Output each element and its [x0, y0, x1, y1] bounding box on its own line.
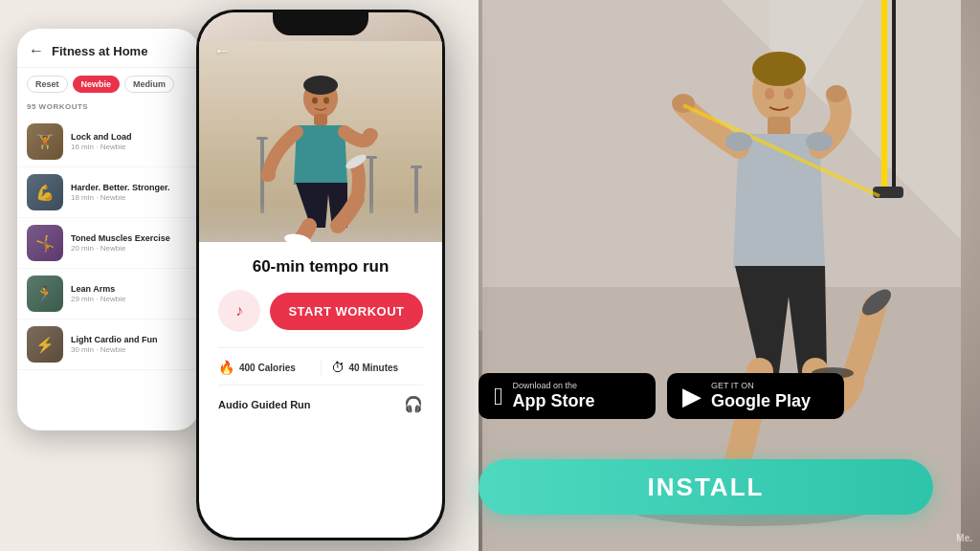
store-buttons-area:  Download on the App Store ▶ GET IT ON … [479, 373, 844, 419]
workout-name-3: Toned Muscles Exercise [71, 233, 189, 243]
action-row: ♪ START Workout [218, 290, 423, 332]
svg-point-29 [260, 168, 276, 182]
music-button[interactable]: ♪ [218, 290, 260, 332]
workout-name-5: Light Cardio and Fun [71, 335, 189, 344]
phone-left: ← Fitness at Home Reset Newbie Medium 95… [17, 29, 199, 430]
svg-point-9 [752, 52, 806, 86]
workout-thumb-1: 🏋 [27, 123, 63, 160]
workout-thumb-3: 🤸 [27, 225, 63, 261]
watermark: Me. [956, 533, 972, 543]
install-label: INSTALL [648, 473, 765, 502]
workout-item[interactable]: 🤸 Toned Muscles Exercise 20 min · Newbie [17, 218, 199, 269]
workout-name-1: Lock and Load [71, 132, 189, 142]
svg-point-22 [303, 76, 338, 95]
stats-row: 🔥 400 Calories ⏱ 40 Minutes [218, 347, 423, 375]
audio-guided-label: Audio Guided Run [218, 399, 311, 410]
svg-point-19 [765, 88, 774, 99]
google-play-icon: ▶ [682, 384, 702, 408]
workout-info-1: Lock and Load 16 min · Newbie [71, 132, 189, 151]
workout-info-4: Lean Arms 29 min · Newbie [71, 284, 189, 303]
app-store-text: Download on the App Store [513, 381, 595, 411]
phone-main-inner: ← [199, 12, 442, 538]
svg-point-13 [826, 85, 847, 102]
workout-item[interactable]: 🏋 Lock and Load 16 min · Newbie [17, 117, 199, 167]
minutes-stat: ⏱ 40 Minutes [322, 360, 424, 375]
runner-svg [254, 70, 388, 242]
svg-rect-10 [768, 117, 791, 136]
clock-icon: ⏱ [331, 360, 345, 375]
start-workout-button[interactable]: START Workout [270, 293, 423, 330]
phone-left-title: Fitness at Home [52, 44, 147, 58]
app-store-line1: Download on the [513, 381, 595, 391]
workout-thumb-5: ⚡ [27, 326, 63, 363]
workout-name-2: Harder. Better. Stronger. [71, 183, 189, 192]
workout-meta-5: 30 min · Newbie [71, 345, 189, 354]
filter-newbie[interactable]: Newbie [73, 76, 121, 93]
workout-name-4: Lean Arms [71, 284, 189, 294]
google-play-line1: GET IT ON [711, 381, 811, 391]
back-arrow-main[interactable]: ← [213, 41, 231, 61]
svg-rect-23 [314, 114, 327, 125]
calories-stat: 🔥 400 Calories [218, 360, 322, 375]
workout-meta-2: 18 min · Newbie [71, 193, 189, 202]
airpods-icon: 🎧 [404, 395, 423, 413]
workout-info-3: Toned Muscles Exercise 20 min · Newbie [71, 233, 189, 253]
workout-thumb-2: 💪 [27, 174, 63, 210]
main-workout-title: 60-min tempo run [218, 257, 423, 276]
apple-icon:  [494, 384, 503, 408]
filter-medium[interactable]: Medium [124, 76, 174, 93]
workout-info-5: Light Cardio and Fun 30 min · Newbie [71, 335, 189, 354]
google-play-button[interactable]: ▶ GET IT ON Google Play [667, 373, 844, 419]
workout-item[interactable]: ⚡ Light Cardio and Fun 30 min · Newbie [17, 320, 199, 370]
workout-item[interactable]: 💪 Harder. Better. Stronger. 18 min · New… [17, 167, 199, 218]
workout-meta-3: 20 min · Newbie [71, 244, 189, 253]
minutes-value: 40 Minutes [349, 363, 399, 373]
svg-point-17 [806, 132, 833, 151]
workout-meta-1: 16 min · Newbie [71, 143, 189, 151]
audio-guided-row: Audio Guided Run 🎧 [218, 385, 423, 413]
calories-value: 400 Calories [239, 363, 296, 373]
filter-row: Reset Newbie Medium [17, 68, 199, 100]
svg-point-27 [323, 98, 329, 104]
phone-hero: ← [199, 12, 442, 242]
fire-icon: 🔥 [218, 360, 234, 375]
app-store-line2: App Store [513, 391, 595, 412]
install-button[interactable]: INSTALL [479, 459, 933, 515]
workout-list: 🏋 Lock and Load 16 min · Newbie 💪 Harder… [17, 117, 199, 370]
svg-point-28 [363, 128, 378, 142]
google-play-line2: Google Play [711, 391, 811, 412]
back-arrow-left[interactable]: ← [29, 42, 44, 59]
phone-main: ← [196, 10, 445, 540]
app-store-button[interactable]:  Download on the App Store [479, 373, 656, 419]
workout-info-2: Harder. Better. Stronger. 18 min · Newbi… [71, 183, 189, 202]
google-play-text: GET IT ON Google Play [711, 381, 811, 411]
workout-meta-4: 29 min · Newbie [71, 295, 189, 303]
workout-item[interactable]: 🏃 Lean Arms 29 min · Newbie [17, 269, 199, 320]
workouts-count: 95 WORKOUTS [17, 100, 199, 117]
music-icon: ♪ [235, 302, 243, 320]
svg-point-16 [725, 132, 752, 151]
phone-content: 60-min tempo run ♪ START Workout 🔥 400 C… [199, 242, 442, 429]
phone-notch [273, 12, 368, 35]
workout-thumb-4: 🏃 [27, 276, 63, 312]
svg-point-26 [312, 98, 318, 104]
filter-reset[interactable]: Reset [27, 76, 68, 93]
svg-point-20 [784, 88, 793, 99]
